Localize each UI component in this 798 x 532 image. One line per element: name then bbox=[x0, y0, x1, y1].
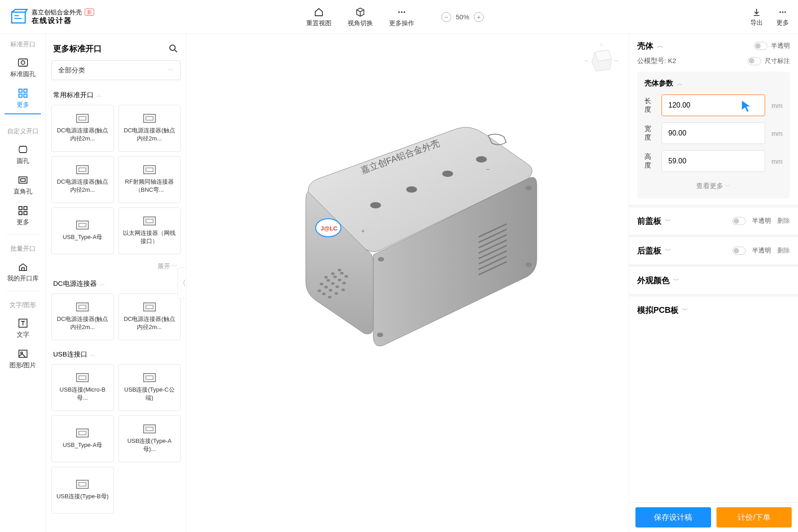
library-card[interactable]: DC电源连接器(触点内径2m... bbox=[118, 105, 181, 152]
nav-text[interactable]: 文字 bbox=[0, 313, 45, 343]
nav-custom-more[interactable]: 更多 bbox=[0, 200, 45, 231]
svg-rect-12 bbox=[19, 177, 27, 183]
card-label: USB连接(Micro-B母... bbox=[55, 386, 110, 402]
svg-point-4 bbox=[782, 11, 783, 13]
connector-thumb-icon bbox=[76, 428, 89, 437]
cube-icon bbox=[355, 7, 366, 18]
brand-line1: 嘉立创铝合金外壳 bbox=[32, 8, 82, 16]
save-draft-button[interactable]: 保存设计稿 bbox=[635, 507, 711, 527]
card-label: 以太网连接器（网线接口） bbox=[122, 229, 177, 245]
badge-new: 新 bbox=[85, 9, 94, 16]
library-card[interactable]: DC电源连接器(触点内径2m... bbox=[51, 293, 114, 340]
export-button[interactable]: 导出 bbox=[750, 7, 763, 27]
svg-point-38 bbox=[331, 282, 335, 285]
section-dc-label[interactable]: DC电源连接器︿ bbox=[51, 277, 181, 293]
search-icon[interactable] bbox=[168, 43, 179, 54]
price-order-button[interactable]: 计价/下单 bbox=[716, 507, 792, 527]
svg-point-40 bbox=[345, 275, 348, 278]
category-select[interactable]: 全部分类 ﹀ bbox=[51, 60, 181, 80]
chevron-down-icon: ﹀ bbox=[665, 217, 671, 225]
bottom-action-bar: 保存设计稿 计价/下单 bbox=[629, 502, 798, 532]
grid-icon bbox=[17, 205, 29, 216]
left-nav-rail: 标准开口 标准圆孔 更多 自定义开口 圆孔 直角孔 更多 批量开口 我的开口库 bbox=[0, 34, 46, 532]
library-card[interactable]: DC电源连接器(触点内径2m... bbox=[51, 156, 114, 203]
image-icon bbox=[17, 348, 29, 360]
dimension-label-toggle[interactable] bbox=[748, 57, 761, 65]
front-cover-section[interactable]: 前盖板﹀ 半透明 删除 bbox=[629, 207, 798, 237]
front-translucent-toggle[interactable] bbox=[732, 217, 746, 225]
back-delete-button[interactable]: 删除 bbox=[777, 247, 790, 255]
pcb-section[interactable]: 模拟PCB板﹀ bbox=[629, 297, 798, 324]
card-label: DC电源连接器(触点内径2m... bbox=[122, 315, 177, 331]
view-cube[interactable] bbox=[584, 43, 619, 78]
brand-line2: 在线设计器 bbox=[32, 16, 94, 26]
library-card[interactable]: USB连接(Micro-B母... bbox=[51, 364, 114, 411]
connector-thumb-icon bbox=[76, 480, 89, 489]
nav-my-library[interactable]: 我的开口库 bbox=[0, 257, 45, 287]
switch-view-button[interactable]: 视角切换 bbox=[348, 7, 373, 27]
back-cover-section[interactable]: 后盖板﹀ 半透明 删除 bbox=[629, 237, 798, 267]
connector-thumb-icon bbox=[76, 373, 89, 382]
back-translucent-toggle[interactable] bbox=[732, 247, 746, 255]
library-card[interactable]: USB连接(Type-C公端) bbox=[118, 364, 181, 411]
svg-point-47 bbox=[341, 289, 345, 291]
svg-rect-15 bbox=[24, 207, 27, 210]
library-card[interactable]: DC电源连接器(触点内径2m... bbox=[118, 293, 181, 340]
front-delete-button[interactable]: 删除 bbox=[777, 217, 790, 225]
connector-thumb-icon bbox=[143, 114, 156, 123]
svg-rect-6 bbox=[18, 59, 27, 66]
library-card[interactable]: USB_Type-A母 bbox=[51, 415, 114, 462]
height-input[interactable] bbox=[662, 150, 765, 172]
shell-title[interactable]: 壳体︿ bbox=[637, 41, 663, 51]
svg-point-7 bbox=[21, 61, 25, 64]
library-card[interactable]: USB_Type-A母 bbox=[51, 207, 114, 254]
library-title: 更多标准开口 bbox=[53, 43, 102, 54]
svg-point-39 bbox=[338, 279, 341, 281]
section-usb-label[interactable]: USB连接口︿ bbox=[51, 347, 181, 364]
nav-more-standard[interactable]: 更多 bbox=[0, 83, 45, 113]
connector-thumb-icon bbox=[76, 165, 89, 174]
svg-point-3 bbox=[780, 11, 781, 13]
collapse-handle[interactable]: 〈 bbox=[177, 267, 186, 299]
svg-point-41 bbox=[322, 293, 326, 295]
chevron-up-icon: ︿ bbox=[657, 42, 663, 50]
svg-point-37 bbox=[324, 286, 328, 289]
library-card[interactable]: 以太网连接器（网线接口） bbox=[118, 207, 181, 254]
svg-rect-19 bbox=[19, 350, 27, 357]
svg-point-43 bbox=[336, 285, 339, 288]
svg-point-32 bbox=[320, 283, 323, 285]
card-label: USB_Type-A母 bbox=[63, 441, 102, 449]
card-label: DC电源连接器(触点内径2m... bbox=[55, 126, 110, 143]
show-more-params[interactable]: 查看更多 ﹀ bbox=[644, 178, 783, 191]
expand-button[interactable]: 展开﹀ bbox=[51, 261, 181, 277]
top-more-button[interactable]: 更多 bbox=[776, 7, 789, 27]
shell-translucent-toggle[interactable] bbox=[754, 42, 767, 50]
library-card[interactable]: RF射频同轴连接器（BNC弯... bbox=[118, 156, 181, 203]
nav-standard-hole[interactable]: 标准圆孔 bbox=[0, 52, 45, 83]
library-card[interactable]: DC电源连接器(触点内径2m... bbox=[51, 105, 114, 152]
more-ops-button[interactable]: 更多操作 bbox=[389, 7, 414, 27]
params-title[interactable]: 壳体参数︿ bbox=[644, 79, 783, 88]
svg-point-29 bbox=[324, 276, 328, 279]
zoom-out-button[interactable]: − bbox=[441, 12, 451, 22]
nav-graphic[interactable]: 图形/图片 bbox=[0, 343, 45, 374]
width-input[interactable] bbox=[662, 122, 765, 144]
3d-canvas[interactable]: 嘉立创FA铝合金外壳 J@LC + bbox=[186, 34, 629, 532]
section-common-label[interactable]: 常用标准开口︿ bbox=[51, 88, 181, 105]
library-card[interactable]: USB连接(Type-B母) bbox=[51, 467, 114, 514]
zoom-in-button[interactable]: + bbox=[474, 12, 484, 22]
library-card[interactable]: USB连接(Type-A母)... bbox=[118, 415, 181, 462]
appearance-section[interactable]: 外观颜色﹀ bbox=[629, 267, 798, 297]
card-label: USB连接(Type-B母) bbox=[56, 492, 109, 500]
nav-rect-hole[interactable]: 直角孔 bbox=[0, 170, 45, 200]
svg-point-30 bbox=[331, 272, 335, 275]
nav-circle-hole[interactable]: 圆孔 bbox=[0, 139, 45, 170]
svg-point-48 bbox=[378, 257, 384, 261]
svg-point-0 bbox=[398, 11, 400, 13]
shell-params-box: 壳体参数︿ 长度 mm 宽度 mm 高度 mm 查看更多 ﹀ bbox=[637, 72, 790, 198]
card-label: USB连接(Type-C公端) bbox=[122, 386, 177, 402]
length-input[interactable] bbox=[662, 95, 765, 116]
reset-view-button[interactable]: 重置视图 bbox=[306, 7, 331, 27]
connector-thumb-icon bbox=[143, 373, 156, 382]
svg-point-5 bbox=[784, 11, 786, 13]
